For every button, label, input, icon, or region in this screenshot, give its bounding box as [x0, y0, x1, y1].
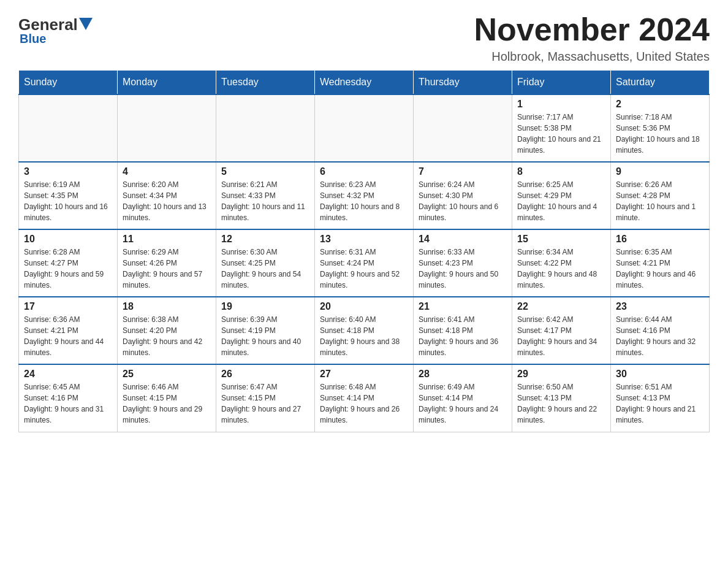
header-tuesday: Tuesday [216, 71, 315, 95]
day-info: Sunrise: 6:34 AM Sunset: 4:22 PM Dayligh… [517, 247, 605, 291]
day-cell-0-0 [19, 94, 118, 162]
day-cell-0-1 [118, 94, 216, 162]
day-number: 14 [419, 234, 507, 245]
month-title: November 2024 [474, 12, 710, 47]
day-number: 29 [517, 369, 605, 380]
day-number: 11 [123, 234, 211, 245]
day-info: Sunrise: 6:25 AM Sunset: 4:29 PM Dayligh… [517, 179, 605, 223]
day-number: 21 [419, 301, 507, 312]
day-number: 5 [221, 166, 309, 177]
day-cell-0-5: 1Sunrise: 7:17 AM Sunset: 5:38 PM Daylig… [512, 94, 611, 162]
day-number: 10 [24, 234, 112, 245]
day-info: Sunrise: 6:23 AM Sunset: 4:32 PM Dayligh… [320, 179, 408, 223]
day-info: Sunrise: 6:48 AM Sunset: 4:14 PM Dayligh… [320, 381, 408, 426]
day-number: 19 [221, 301, 309, 312]
day-info: Sunrise: 6:44 AM Sunset: 4:16 PM Dayligh… [616, 314, 704, 358]
day-info: Sunrise: 6:45 AM Sunset: 4:16 PM Dayligh… [24, 381, 112, 426]
day-cell-3-0: 17Sunrise: 6:36 AM Sunset: 4:21 PM Dayli… [19, 297, 118, 364]
day-number: 17 [24, 301, 112, 312]
day-number: 22 [517, 301, 605, 312]
day-info: Sunrise: 6:35 AM Sunset: 4:21 PM Dayligh… [616, 247, 704, 291]
day-number: 27 [320, 369, 408, 380]
day-cell-2-1: 11Sunrise: 6:29 AM Sunset: 4:26 PM Dayli… [118, 229, 216, 297]
day-cell-1-1: 4Sunrise: 6:20 AM Sunset: 4:34 PM Daylig… [118, 162, 216, 229]
logo: General Blue [18, 12, 93, 46]
day-number: 1 [517, 99, 605, 110]
day-cell-0-4 [414, 94, 512, 162]
day-cell-4-2: 26Sunrise: 6:47 AM Sunset: 4:15 PM Dayli… [216, 364, 315, 432]
day-info: Sunrise: 6:36 AM Sunset: 4:21 PM Dayligh… [24, 314, 112, 358]
day-info: Sunrise: 6:50 AM Sunset: 4:13 PM Dayligh… [517, 381, 605, 426]
weekday-header-row: Sunday Monday Tuesday Wednesday Thursday… [19, 71, 710, 95]
day-number: 6 [320, 166, 408, 177]
day-number: 15 [517, 234, 605, 245]
day-cell-2-0: 10Sunrise: 6:28 AM Sunset: 4:27 PM Dayli… [19, 229, 118, 297]
header-saturday: Saturday [611, 71, 710, 95]
day-info: Sunrise: 6:19 AM Sunset: 4:35 PM Dayligh… [24, 179, 112, 223]
day-cell-3-6: 23Sunrise: 6:44 AM Sunset: 4:16 PM Dayli… [611, 297, 710, 364]
day-number: 13 [320, 234, 408, 245]
day-cell-0-3 [315, 94, 414, 162]
header-friday: Friday [512, 71, 611, 95]
location-title: Holbrook, Massachusetts, United States [474, 50, 710, 64]
day-info: Sunrise: 6:21 AM Sunset: 4:33 PM Dayligh… [221, 179, 309, 223]
day-cell-1-4: 7Sunrise: 6:24 AM Sunset: 4:30 PM Daylig… [414, 162, 512, 229]
day-info: Sunrise: 6:20 AM Sunset: 4:34 PM Dayligh… [123, 179, 211, 223]
svg-marker-0 [79, 18, 93, 30]
day-cell-4-1: 25Sunrise: 6:46 AM Sunset: 4:15 PM Dayli… [118, 364, 216, 432]
day-number: 28 [419, 369, 507, 380]
day-number: 16 [616, 234, 704, 245]
day-cell-4-0: 24Sunrise: 6:45 AM Sunset: 4:16 PM Dayli… [19, 364, 118, 432]
day-info: Sunrise: 6:51 AM Sunset: 4:13 PM Dayligh… [616, 381, 704, 426]
day-number: 2 [616, 99, 704, 110]
day-cell-2-6: 16Sunrise: 6:35 AM Sunset: 4:21 PM Dayli… [611, 229, 710, 297]
day-info: Sunrise: 6:26 AM Sunset: 4:28 PM Dayligh… [616, 179, 704, 223]
header-thursday: Thursday [414, 71, 512, 95]
day-info: Sunrise: 6:40 AM Sunset: 4:18 PM Dayligh… [320, 314, 408, 358]
day-number: 4 [123, 166, 211, 177]
week-row-4: 17Sunrise: 6:36 AM Sunset: 4:21 PM Dayli… [19, 297, 710, 364]
day-cell-3-2: 19Sunrise: 6:39 AM Sunset: 4:19 PM Dayli… [216, 297, 315, 364]
day-number: 20 [320, 301, 408, 312]
day-number: 12 [221, 234, 309, 245]
day-info: Sunrise: 6:42 AM Sunset: 4:17 PM Dayligh… [517, 314, 605, 358]
day-cell-3-3: 20Sunrise: 6:40 AM Sunset: 4:18 PM Dayli… [315, 297, 414, 364]
day-info: Sunrise: 6:49 AM Sunset: 4:14 PM Dayligh… [419, 381, 507, 426]
day-number: 9 [616, 166, 704, 177]
day-cell-3-5: 22Sunrise: 6:42 AM Sunset: 4:17 PM Dayli… [512, 297, 611, 364]
day-info: Sunrise: 7:18 AM Sunset: 5:36 PM Dayligh… [616, 112, 704, 156]
day-number: 23 [616, 301, 704, 312]
day-number: 26 [221, 369, 309, 380]
day-number: 18 [123, 301, 211, 312]
day-info: Sunrise: 6:39 AM Sunset: 4:19 PM Dayligh… [221, 314, 309, 358]
day-cell-4-4: 28Sunrise: 6:49 AM Sunset: 4:14 PM Dayli… [414, 364, 512, 432]
week-row-1: 1Sunrise: 7:17 AM Sunset: 5:38 PM Daylig… [19, 94, 710, 162]
week-row-3: 10Sunrise: 6:28 AM Sunset: 4:27 PM Dayli… [19, 229, 710, 297]
day-cell-1-0: 3Sunrise: 6:19 AM Sunset: 4:35 PM Daylig… [19, 162, 118, 229]
day-number: 25 [123, 369, 211, 380]
day-info: Sunrise: 6:46 AM Sunset: 4:15 PM Dayligh… [123, 381, 211, 426]
day-info: Sunrise: 6:30 AM Sunset: 4:25 PM Dayligh… [221, 247, 309, 291]
day-number: 8 [517, 166, 605, 177]
day-cell-2-2: 12Sunrise: 6:30 AM Sunset: 4:25 PM Dayli… [216, 229, 315, 297]
day-cell-4-6: 30Sunrise: 6:51 AM Sunset: 4:13 PM Dayli… [611, 364, 710, 432]
day-cell-2-3: 13Sunrise: 6:31 AM Sunset: 4:24 PM Dayli… [315, 229, 414, 297]
day-cell-3-1: 18Sunrise: 6:38 AM Sunset: 4:20 PM Dayli… [118, 297, 216, 364]
day-cell-1-2: 5Sunrise: 6:21 AM Sunset: 4:33 PM Daylig… [216, 162, 315, 229]
day-info: Sunrise: 6:38 AM Sunset: 4:20 PM Dayligh… [123, 314, 211, 358]
day-cell-4-3: 27Sunrise: 6:48 AM Sunset: 4:14 PM Dayli… [315, 364, 414, 432]
day-info: Sunrise: 6:28 AM Sunset: 4:27 PM Dayligh… [24, 247, 112, 291]
day-info: Sunrise: 6:41 AM Sunset: 4:18 PM Dayligh… [419, 314, 507, 358]
calendar-table: Sunday Monday Tuesday Wednesday Thursday… [18, 70, 710, 432]
day-number: 30 [616, 369, 704, 380]
day-info: Sunrise: 7:17 AM Sunset: 5:38 PM Dayligh… [517, 112, 605, 156]
day-number: 3 [24, 166, 112, 177]
day-info: Sunrise: 6:33 AM Sunset: 4:23 PM Dayligh… [419, 247, 507, 291]
day-cell-1-6: 9Sunrise: 6:26 AM Sunset: 4:28 PM Daylig… [611, 162, 710, 229]
day-cell-3-4: 21Sunrise: 6:41 AM Sunset: 4:18 PM Dayli… [414, 297, 512, 364]
header-sunday: Sunday [19, 71, 118, 95]
day-number: 7 [419, 166, 507, 177]
header-monday: Monday [118, 71, 216, 95]
title-section: November 2024 Holbrook, Massachusetts, U… [474, 12, 710, 64]
day-cell-2-4: 14Sunrise: 6:33 AM Sunset: 4:23 PM Dayli… [414, 229, 512, 297]
